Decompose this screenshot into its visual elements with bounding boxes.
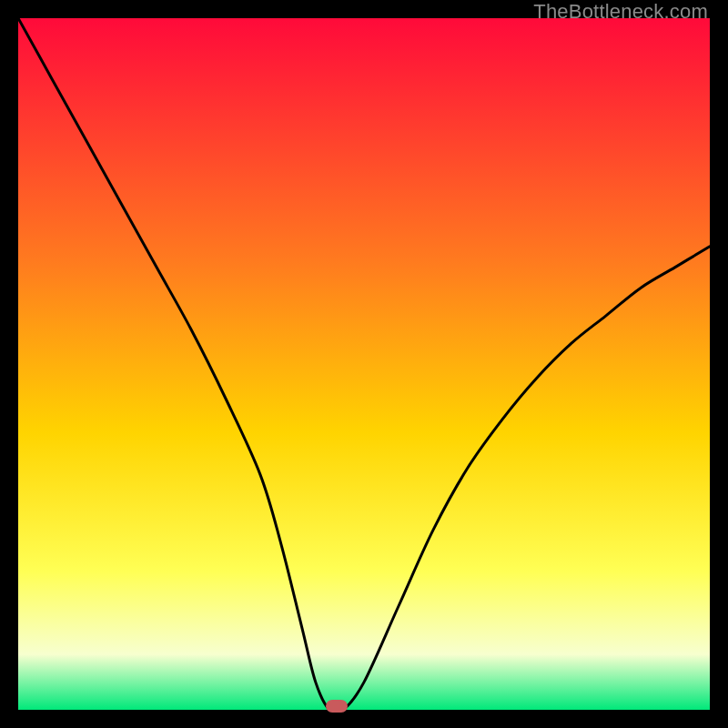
optimal-point-marker [326,700,348,713]
bottleneck-curve [18,18,710,710]
watermark-text: TheBottleneck.com [533,0,708,24]
chart-frame [18,18,710,710]
